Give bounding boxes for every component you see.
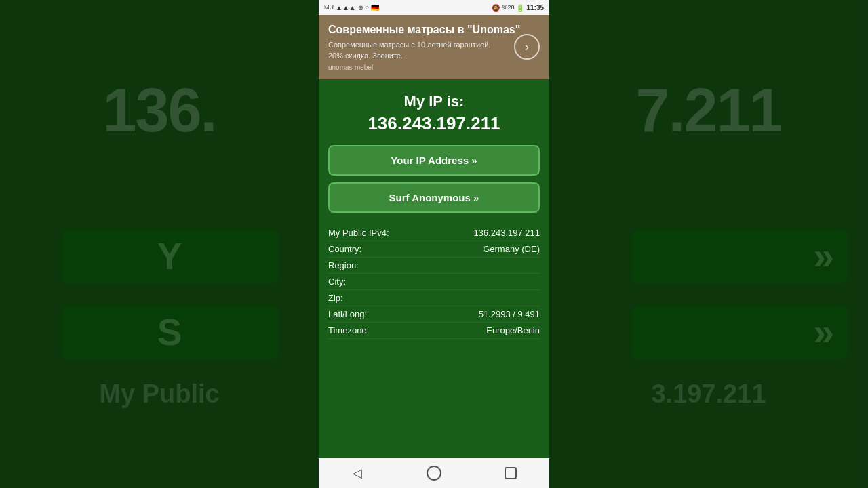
- ip-address-display: 136.243.197.211: [328, 113, 540, 134]
- info-row-region: Region:: [328, 258, 540, 274]
- flag-icon: 🇩🇪: [371, 4, 379, 12]
- value-country: Germany (DE): [483, 244, 540, 254]
- status-right: 🔕 %28 🔋 11:35: [492, 4, 544, 12]
- home-button[interactable]: [424, 463, 444, 483]
- label-timezone: Timezone:: [328, 325, 369, 336]
- wifi-icon: ⊕: [358, 4, 363, 12]
- label-zip: Zip:: [328, 293, 343, 303]
- info-row-zip: Zip:: [328, 290, 540, 306]
- label-region: Region:: [328, 260, 359, 270]
- bg-right-ip-text: 7.211: [635, 80, 781, 141]
- ad-subtitle: Современные матрасы с 10 летней гарантие…: [328, 40, 540, 61]
- label-latlng: Lati/Long:: [328, 309, 367, 319]
- ip-info-table: My Public IPv4: 136.243.197.211 Country:…: [328, 225, 540, 339]
- alarm-icon: 🔕: [492, 4, 500, 12]
- ip-heading: My IP is:: [328, 93, 540, 110]
- battery-percent: %28: [502, 4, 514, 11]
- home-icon: [427, 466, 441, 481]
- bg-left-btn1: Y: [61, 229, 278, 283]
- recents-icon: [505, 467, 517, 479]
- value-ipv4: 136.243.197.211: [473, 228, 540, 238]
- your-ip-address-button[interactable]: Your IP Address »: [328, 145, 540, 176]
- info-row-ipv4: My Public IPv4: 136.243.197.211: [328, 225, 540, 241]
- ad-arrow-icon: ›: [525, 40, 529, 54]
- time-display: 11:35: [526, 4, 544, 12]
- recents-button[interactable]: [500, 463, 521, 483]
- surf-anonymous-button[interactable]: Surf Anonymous »: [328, 182, 540, 213]
- phone-screen: MU ▲▲▲ ⊕ ○ 🇩🇪 🔕 %28 🔋 11:35 Современные …: [319, 0, 549, 488]
- signal-bars: ▲▲▲: [336, 4, 356, 12]
- status-left: MU ▲▲▲ ⊕ ○ 🇩🇪: [324, 4, 379, 12]
- nav-bar: ◁: [319, 458, 549, 488]
- ad-arrow-button[interactable]: ›: [514, 34, 540, 60]
- nfc-icon: ○: [366, 4, 369, 11]
- bg-left-btn2: S: [61, 305, 278, 359]
- background-right: 7.211 » » 3.197.211: [549, 0, 868, 488]
- back-button[interactable]: ◁: [347, 463, 368, 483]
- info-row-timezone: Timezone: Europe/Berlin: [328, 323, 540, 339]
- battery-icon: 🔋: [516, 4, 524, 12]
- bg-right-bottom: 3.197.211: [651, 380, 766, 409]
- bg-left-bottom: My Public: [99, 380, 219, 409]
- back-icon: ◁: [353, 466, 362, 481]
- bg-right-btn2: »: [631, 305, 848, 359]
- ad-source: unomas-mebel: [328, 64, 540, 71]
- value-timezone: Europe/Berlin: [486, 325, 540, 336]
- label-ipv4: My Public IPv4:: [328, 228, 389, 238]
- bg-right-btn1: »: [631, 229, 848, 283]
- label-country: Country:: [328, 244, 361, 254]
- main-content: My IP is: 136.243.197.211 Your IP Addres…: [319, 79, 549, 458]
- label-city: City:: [328, 277, 346, 287]
- status-bar: MU ▲▲▲ ⊕ ○ 🇩🇪 🔕 %28 🔋 11:35: [319, 0, 549, 15]
- bg-left-ip-text: 136.: [102, 80, 216, 141]
- ad-banner[interactable]: Современные матрасы в "Unomas" Современн…: [319, 15, 549, 79]
- info-row-country: Country: Germany (DE): [328, 241, 540, 258]
- carrier-icon: MU: [324, 4, 334, 11]
- value-latlng: 51.2993 / 9.491: [479, 309, 540, 319]
- ad-title: Современные матрасы в "Unomas": [328, 23, 540, 36]
- info-row-city: City:: [328, 274, 540, 290]
- info-row-latlng: Lati/Long: 51.2993 / 9.491: [328, 306, 540, 323]
- background-left: 136. Y S My Public: [0, 0, 319, 488]
